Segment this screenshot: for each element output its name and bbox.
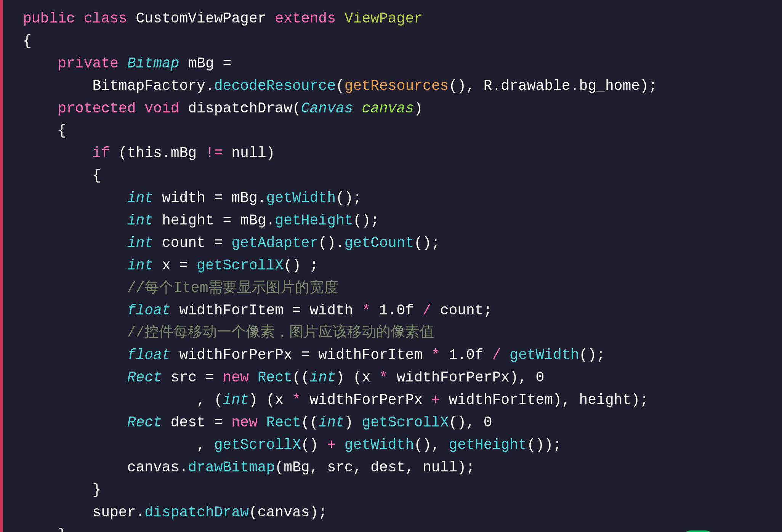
code-token: (mBg, src, dest, null); <box>275 459 475 476</box>
code-token <box>23 55 58 72</box>
code-token: (); <box>414 235 440 251</box>
code-token: null) <box>223 145 275 161</box>
code-token: ) (x <box>336 369 379 386</box>
code-token: ) <box>414 100 423 117</box>
code-token: int <box>223 392 249 408</box>
code-token <box>23 369 127 386</box>
code-line: private Bitmap mBg = <box>23 53 767 75</box>
code-token: height = mBg. <box>153 212 275 229</box>
code-token: float <box>127 302 171 319</box>
code-line: Rect dest = new Rect((int) getScrollX(),… <box>23 412 767 434</box>
code-token: //每个 <box>23 280 173 296</box>
code-line: Rect src = new Rect((int) (x * widthForP… <box>23 367 767 389</box>
code-token: () <box>301 437 327 453</box>
code-token: 需要显示图片的宽度 <box>208 280 338 296</box>
code-token: public <box>23 10 75 27</box>
code-token: class <box>84 10 127 27</box>
code-token: } <box>23 526 66 532</box>
code-line: { <box>23 120 767 142</box>
code-token: * <box>379 369 388 386</box>
code-token: widthForPerPx <box>301 392 431 408</box>
code-token: (), <box>414 437 449 453</box>
code-line: super.dispatchDraw(canvas); <box>23 502 767 524</box>
code-token <box>336 437 345 453</box>
code-token: dispatchDraw <box>188 100 292 117</box>
code-token <box>23 100 58 117</box>
code-token: } <box>23 482 101 498</box>
code-token: getWidth <box>510 347 579 363</box>
code-token: getAdapter <box>231 235 318 251</box>
code-token: src = <box>162 369 223 386</box>
code-token: canvas. <box>23 459 188 476</box>
code-token <box>119 55 127 72</box>
code-token: / <box>492 347 501 363</box>
code-token <box>249 369 258 386</box>
code-token: private <box>58 55 119 72</box>
code-line: if (this.mBg != null) <box>23 142 767 165</box>
code-token: int <box>127 235 153 251</box>
code-line: int count = getAdapter().getCount(); <box>23 232 767 255</box>
code-token <box>23 190 127 206</box>
code-token: (), 0 <box>449 414 492 431</box>
code-token: + <box>327 437 336 453</box>
code-token: (( <box>292 369 310 386</box>
code-token: extends <box>275 10 336 27</box>
code-token: () ; <box>284 257 318 274</box>
code-token <box>179 100 188 117</box>
code-token: BitmapFactory. <box>23 78 214 94</box>
code-token: / <box>423 302 431 319</box>
code-token: Rect <box>266 414 301 431</box>
code-token: (); <box>579 347 605 363</box>
code-token: getWidth <box>266 190 336 206</box>
code-token: getScrollX <box>362 414 449 431</box>
code-token: { <box>23 33 32 49</box>
code-line: { <box>23 30 767 53</box>
code-line: //控件每移动一个像素，图片应该移动的像素值 <box>23 322 767 344</box>
code-token: new <box>223 369 249 386</box>
code-token: int <box>310 369 336 386</box>
code-token: ) (x <box>249 392 292 408</box>
code-token: canvas <box>362 100 414 117</box>
code-token: count; <box>431 302 492 319</box>
code-token: count = <box>153 235 231 251</box>
code-line: //每个Item需要显示图片的宽度 <box>23 277 767 300</box>
code-token: //控件每移动一个像素，图片应该移动的像素值 <box>23 324 434 341</box>
code-token: new <box>231 414 257 431</box>
watermark: 鸿洋 <box>683 530 759 532</box>
code-token: (canvas); <box>249 504 327 521</box>
code-token: mBg = <box>179 55 232 72</box>
code-token: getWidth <box>345 437 414 453</box>
code-token: CustomViewPager <box>127 10 275 27</box>
code-token <box>258 414 266 431</box>
code-token: if <box>92 145 110 161</box>
code-token: Rect <box>258 369 292 386</box>
code-token: (( <box>301 414 319 431</box>
code-token: * <box>431 347 440 363</box>
code-token: getCount <box>345 235 414 251</box>
code-token: + <box>431 392 440 408</box>
code-token: x = <box>153 257 197 274</box>
code-token: Bitmap <box>127 55 179 72</box>
code-line: } <box>23 524 767 532</box>
code-token: getScrollX <box>197 257 284 274</box>
code-container: public class CustomViewPager extends Vie… <box>0 0 782 532</box>
code-token: ViewPager <box>345 10 423 27</box>
code-line: int x = getScrollX() ; <box>23 255 767 277</box>
code-token: { <box>23 167 101 184</box>
code-token <box>23 414 127 431</box>
code-token: (); <box>353 212 379 229</box>
code-token: { <box>23 122 66 139</box>
code-token: ()); <box>527 437 562 453</box>
wechat-icon <box>683 530 713 532</box>
code-token: (). <box>318 235 344 251</box>
code-token: (); <box>336 190 362 206</box>
code-line: int height = mBg.getHeight(); <box>23 210 767 232</box>
code-token: drawBitmap <box>188 459 275 476</box>
code-token: Item <box>173 280 208 296</box>
code-line: } <box>23 479 767 502</box>
code-token: protected <box>58 100 136 117</box>
code-token <box>336 10 345 27</box>
code-line: float widthForItem = width * 1.0f / coun… <box>23 300 767 322</box>
code-token: void <box>144 100 179 117</box>
code-token: dispatchDraw <box>144 504 249 521</box>
